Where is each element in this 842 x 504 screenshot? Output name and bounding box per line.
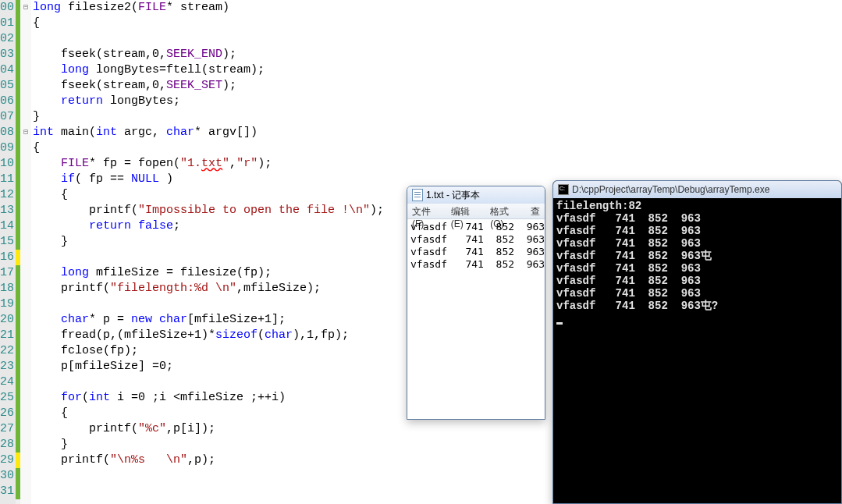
line-number: 01 [0,16,12,31]
line-number: 12 [0,187,12,203]
notepad-title: 1.txt - 记事本 [426,189,480,202]
fold-empty [20,78,31,94]
fold-empty [20,453,31,468]
line-number: 09 [0,140,12,156]
fold-empty [20,281,31,296]
line-number: 11 [0,172,12,187]
notepad-icon [412,189,423,201]
fold-empty [20,390,31,406]
code-line[interactable]: } [33,109,842,125]
fold-empty [20,296,31,312]
fold-empty [20,94,31,109]
notepad-menu-item[interactable]: 编辑(E) [446,204,485,218]
line-number: 26 [0,406,12,421]
code-line[interactable]: int main(int argc, char* argv[]) [33,125,842,140]
line-number: 24 [0,374,12,390]
line-number: 03 [0,47,12,62]
fold-empty [20,203,31,218]
line-number: 25 [0,390,12,406]
line-number: 13 [0,203,12,218]
line-number: 00 [0,0,12,16]
line-number: 04 [0,62,12,78]
line-number: 08 [0,125,12,140]
line-number: 30 [0,468,12,484]
console-icon [558,184,569,195]
code-line[interactable]: FILE* fp = fopen("1.txt","r"); [33,156,842,172]
fold-empty [20,421,31,437]
line-number: 21 [0,328,12,343]
line-number: 06 [0,94,12,109]
console-title: D:\cppProject\arrayTemp\Debug\arrayTemp.… [572,184,769,195]
fold-empty [20,250,31,265]
fold-empty [20,156,31,172]
notepad-menu-item[interactable]: 文件(F) [407,204,446,218]
fold-empty [20,374,31,390]
fold-empty [20,484,31,499]
fold-empty [20,187,31,203]
notepad-menu-item[interactable]: 查 [526,204,545,218]
fold-empty [20,359,31,374]
fold-empty [20,172,31,187]
notepad-content[interactable]: vfasdf 741 852 963 vfasdf 741 852 963 vf… [407,219,545,272]
notepad-window[interactable]: 1.txt - 记事本 文件(F)编辑(E)格式(O)查 vfasdf 741 … [407,186,545,420]
line-number: 02 [0,31,12,47]
line-number: 22 [0,343,12,359]
code-line[interactable]: { [33,140,842,156]
line-number: 15 [0,234,12,250]
console-cursor [556,322,563,325]
line-number-gutter: 0001020304050607080910111213141516171819… [0,0,16,504]
fold-empty [20,31,31,47]
fold-empty [20,218,31,234]
console-titlebar[interactable]: D:\cppProject\arrayTemp\Debug\arrayTemp.… [553,181,841,198]
notepad-titlebar[interactable]: 1.txt - 记事本 [407,186,545,204]
line-number: 19 [0,296,12,312]
code-line[interactable] [33,31,842,47]
fold-empty [20,328,31,343]
line-number: 29 [0,453,12,468]
fold-empty [20,234,31,250]
code-line[interactable]: long longBytes=ftell(stream); [33,62,842,78]
console-window[interactable]: D:\cppProject\arrayTemp\Debug\arrayTemp.… [552,180,842,504]
fold-empty [20,16,31,31]
fold-toggle[interactable]: ⊟ [20,0,31,16]
line-number: 07 [0,109,12,125]
fold-empty [20,406,31,421]
fold-empty [20,468,31,484]
fold-empty [20,343,31,359]
fold-toggle[interactable]: ⊟ [20,125,31,140]
code-line[interactable]: return longBytes; [33,94,842,109]
fold-empty [20,437,31,453]
line-number: 16 [0,250,12,265]
code-line[interactable]: fseek(stream,0,SEEK_END); [33,47,842,62]
line-number: 31 [0,484,12,499]
line-number: 05 [0,78,12,94]
fold-empty [20,47,31,62]
code-line[interactable]: fseek(stream,0,SEEK_SET); [33,78,842,94]
code-line[interactable]: long filesize2(FILE* stream) [33,0,842,16]
notepad-menu-item[interactable]: 格式(O) [485,204,526,218]
fold-empty [20,265,31,281]
fold-empty [20,109,31,125]
console-content: filelength:82 vfasdf 741 852 963 vfasdf … [553,198,841,326]
line-number: 14 [0,218,12,234]
fold-empty [20,62,31,78]
line-number: 10 [0,156,12,172]
line-number: 18 [0,281,12,296]
fold-empty [20,140,31,156]
fold-column[interactable]: ⊟⊟ [20,0,31,504]
line-number: 20 [0,312,12,328]
notepad-menubar[interactable]: 文件(F)编辑(E)格式(O)查 [407,204,545,219]
line-number: 27 [0,421,12,437]
fold-empty [20,312,31,328]
code-line[interactable]: { [33,16,842,31]
line-number: 23 [0,359,12,374]
line-number: 17 [0,265,12,281]
line-number: 28 [0,437,12,453]
